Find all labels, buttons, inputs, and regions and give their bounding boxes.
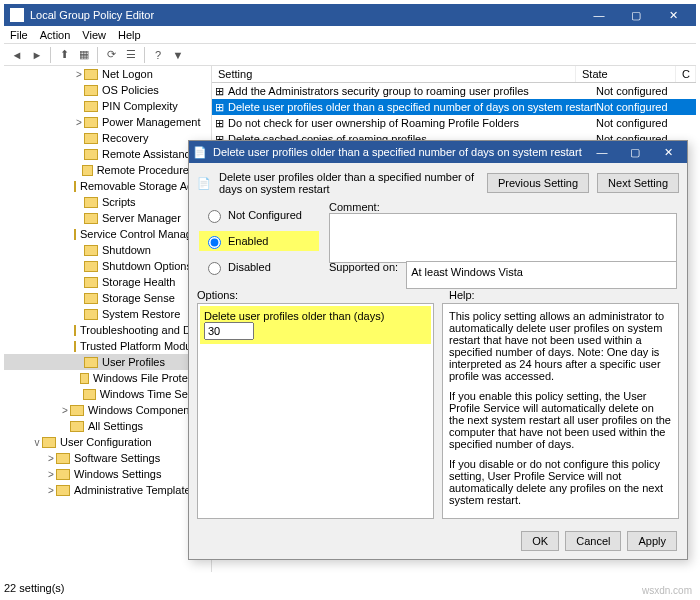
help-icon[interactable]: ? — [149, 46, 167, 64]
main-titlebar: Local Group Policy Editor — ▢ ✕ — [4, 4, 696, 26]
tree-item[interactable]: Remote Procedure Call — [4, 162, 211, 178]
tree-item[interactable]: PIN Complexity — [4, 98, 211, 114]
help-label: Help: — [449, 289, 475, 301]
tree-item[interactable]: Scripts — [4, 194, 211, 210]
dialog-close-button[interactable]: ✕ — [653, 146, 683, 159]
list-icon[interactable]: ☰ — [122, 46, 140, 64]
radio-not-configured[interactable]: Not Configured — [199, 205, 319, 225]
help-paragraph: If you disable or do not configure this … — [449, 458, 672, 506]
tree-item[interactable]: >Administrative Templates — [4, 482, 211, 498]
col-state[interactable]: State — [576, 66, 676, 82]
tree-item[interactable]: Windows Time Service — [4, 386, 211, 402]
help-paragraph: This policy setting allows an administra… — [449, 310, 672, 382]
comment-textarea[interactable] — [329, 213, 677, 263]
col-c[interactable]: C — [676, 66, 696, 82]
radio-disabled[interactable]: Disabled — [199, 257, 319, 277]
refresh-icon[interactable]: ⟳ — [102, 46, 120, 64]
previous-setting-button[interactable]: Previous Setting — [487, 173, 589, 193]
menu-help[interactable]: Help — [118, 29, 141, 41]
tree-item[interactable]: >Windows Settings — [4, 466, 211, 482]
comment-label: Comment: — [329, 201, 677, 213]
maximize-button[interactable]: ▢ — [619, 9, 653, 22]
tree-item[interactable]: >Software Settings — [4, 450, 211, 466]
tree-item[interactable]: vUser Configuration — [4, 434, 211, 450]
tree-item[interactable]: Troubleshooting and Diagnostic — [4, 322, 211, 338]
menu-action[interactable]: Action — [40, 29, 71, 41]
options-label: Options: — [197, 289, 238, 301]
tree-view[interactable]: >Net LogonOS PoliciesPIN Complexity>Powe… — [4, 66, 212, 572]
help-paragraph: If you enable this policy setting, the U… — [449, 390, 672, 450]
grid-icon[interactable]: ▦ — [75, 46, 93, 64]
dialog-titlebar: 📄 Delete user profiles older than a spec… — [189, 141, 687, 163]
tree-item[interactable]: Shutdown Options — [4, 258, 211, 274]
menu-file[interactable]: File — [10, 29, 28, 41]
tree-item[interactable]: >Net Logon — [4, 66, 211, 82]
tree-item[interactable]: OS Policies — [4, 82, 211, 98]
tree-item[interactable]: >Power Management — [4, 114, 211, 130]
dialog-maximize-button[interactable]: ▢ — [620, 146, 650, 159]
tree-item[interactable]: Storage Sense — [4, 290, 211, 306]
tree-item[interactable]: User Profiles — [4, 354, 211, 370]
tree-item[interactable]: >Windows Components — [4, 402, 211, 418]
status-bar: 22 setting(s) — [4, 582, 65, 594]
tree-item[interactable]: Service Control Manager Settin — [4, 226, 211, 242]
ok-button[interactable]: OK — [521, 531, 559, 551]
window-title: Local Group Policy Editor — [30, 9, 154, 21]
apply-button[interactable]: Apply — [627, 531, 677, 551]
radio-enabled[interactable]: Enabled — [199, 231, 319, 251]
options-panel: Delete user profiles older than (days) — [197, 303, 434, 519]
list-row[interactable]: ⊞Add the Administrators security group t… — [212, 83, 696, 99]
policy-name: Delete user profiles older than a specif… — [219, 171, 479, 195]
policy-icon: 📄 — [197, 177, 211, 190]
close-button[interactable]: ✕ — [656, 9, 690, 22]
list-row[interactable]: ⊞Delete user profiles older than a speci… — [212, 99, 696, 115]
dialog-icon: 📄 — [193, 146, 207, 159]
tree-item[interactable]: Remote Assistance — [4, 146, 211, 162]
supported-value: At least Windows Vista — [406, 261, 677, 289]
filter-icon[interactable]: ▼ — [169, 46, 187, 64]
col-setting[interactable]: Setting — [212, 66, 576, 82]
list-row[interactable]: ⊞Do not check for user ownership of Roam… — [212, 115, 696, 131]
menubar: File Action View Help — [4, 26, 696, 44]
tree-item[interactable]: Storage Health — [4, 274, 211, 290]
back-icon[interactable]: ◄ — [8, 46, 26, 64]
list-header: Setting State C — [212, 66, 696, 83]
forward-icon[interactable]: ► — [28, 46, 46, 64]
tree-item[interactable]: Recovery — [4, 130, 211, 146]
tree-item[interactable]: All Settings — [4, 418, 211, 434]
app-icon — [10, 8, 24, 22]
tree-item[interactable]: Server Manager — [4, 210, 211, 226]
dialog-title: Delete user profiles older than a specif… — [213, 146, 582, 158]
tree-item[interactable]: Trusted Platform Module Servi — [4, 338, 211, 354]
supported-label: Supported on: — [329, 261, 398, 289]
watermark: wsxdn.com — [642, 585, 692, 596]
tree-item[interactable]: System Restore — [4, 306, 211, 322]
tree-item[interactable]: Removable Storage Access — [4, 178, 211, 194]
minimize-button[interactable]: — — [582, 9, 616, 21]
tree-item[interactable]: Shutdown — [4, 242, 211, 258]
toolbar: ◄ ► ⬆ ▦ ⟳ ☰ ? ▼ — [4, 44, 696, 66]
dialog-minimize-button[interactable]: — — [587, 146, 617, 158]
tree-item[interactable]: Windows File Protection — [4, 370, 211, 386]
option-days-label: Delete user profiles older than (days) — [204, 310, 427, 322]
policy-dialog: 📄 Delete user profiles older than a spec… — [188, 140, 688, 560]
option-days-input[interactable] — [204, 322, 254, 340]
help-panel: This policy setting allows an administra… — [442, 303, 679, 519]
state-radios: Not Configured Enabled Disabled — [199, 205, 319, 277]
cancel-button[interactable]: Cancel — [565, 531, 621, 551]
up-icon[interactable]: ⬆ — [55, 46, 73, 64]
menu-view[interactable]: View — [82, 29, 106, 41]
next-setting-button[interactable]: Next Setting — [597, 173, 679, 193]
